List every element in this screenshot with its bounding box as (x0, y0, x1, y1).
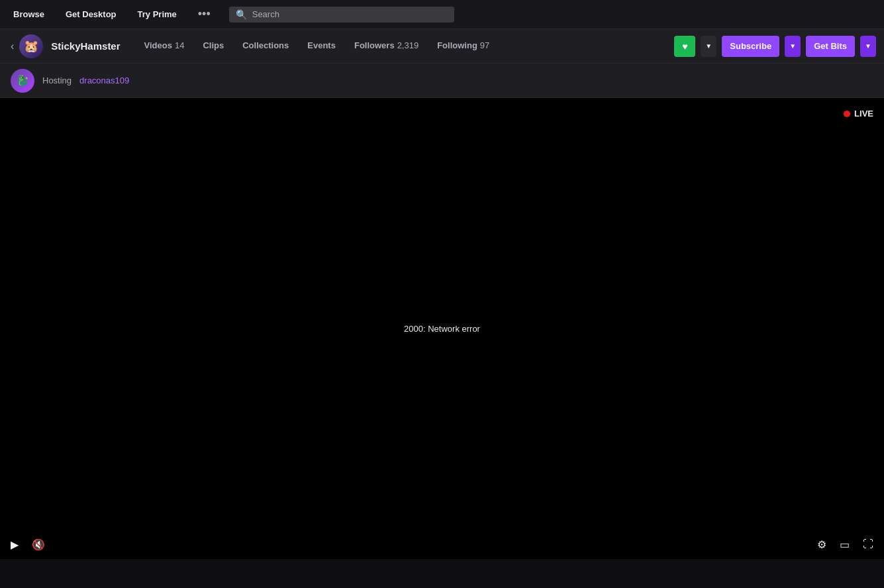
follow-heart-button[interactable]: ♥ (674, 36, 695, 57)
channel-avatar: 🐹 (19, 34, 43, 58)
get-bits-button[interactable]: Get Bits (806, 36, 855, 57)
mute-button[interactable]: 🔇 (29, 536, 48, 554)
theatre-icon: ▭ (840, 538, 850, 551)
tab-clips-label: Clips (203, 40, 224, 50)
live-dot (844, 111, 850, 117)
settings-button[interactable]: ⚙ (814, 536, 829, 554)
network-error-message: 2000: Network error (404, 324, 480, 334)
tab-clips[interactable]: Clips (195, 29, 232, 64)
channel-nav-actions: ♥ ▼ Subscribe ▼ Get Bits ▼ (674, 36, 876, 57)
play-button[interactable]: ▶ (8, 536, 21, 554)
tab-following-count: 97 (480, 40, 489, 50)
subscribe-dropdown-button[interactable]: ▼ (785, 36, 801, 57)
channel-navigation: ‹ 🐹 StickyHamster Videos 14 Clips Collec… (0, 29, 884, 64)
fullscreen-button[interactable]: ⛶ (860, 536, 876, 553)
tab-videos-count: 14 (175, 40, 184, 50)
video-controls-bar: ▶ 🔇 ⚙ ▭ ⛶ (0, 530, 884, 559)
more-options-button[interactable]: ••• (193, 5, 216, 24)
video-player[interactable]: LIVE 2000: Network error ▶ 🔇 ⚙ ▭ ⛶ (0, 98, 884, 559)
fullscreen-icon: ⛶ (863, 538, 873, 550)
tab-followers-label: Followers (354, 40, 395, 50)
theatre-mode-button[interactable]: ▭ (837, 536, 852, 554)
hosting-label: Hosting (42, 75, 72, 85)
settings-icon: ⚙ (817, 538, 826, 551)
search-bar: 🔍 (229, 7, 454, 23)
channel-name[interactable]: StickyHamster (51, 40, 120, 52)
tab-collections[interactable]: Collections (234, 29, 297, 64)
tab-following[interactable]: Following 97 (429, 29, 497, 64)
live-label: LIVE (854, 109, 873, 119)
get-bits-dropdown-button[interactable]: ▼ (860, 36, 876, 57)
tab-events[interactable]: Events (299, 29, 344, 64)
search-input[interactable] (252, 9, 448, 19)
hosting-avatar: 🐉 (11, 69, 34, 93)
follow-dropdown-button[interactable]: ▼ (701, 36, 716, 57)
tab-collections-label: Collections (242, 40, 289, 50)
tab-videos[interactable]: Videos 14 (136, 29, 193, 64)
hosting-channel-link[interactable]: draconas109 (79, 75, 129, 85)
top-navigation: Browse Get Desktop Try Prime ••• 🔍 (0, 0, 884, 29)
hosting-avatar-emoji: 🐉 (16, 74, 29, 87)
browse-link[interactable]: Browse (8, 7, 50, 22)
nav-left-arrow[interactable]: ‹ (8, 38, 17, 55)
search-icon: 🔍 (236, 9, 247, 20)
tab-events-label: Events (307, 40, 336, 50)
tab-following-label: Following (437, 40, 477, 50)
subscribe-button[interactable]: Subscribe (722, 36, 779, 57)
get-desktop-link[interactable]: Get Desktop (60, 7, 122, 22)
live-badge: LIVE (844, 109, 873, 119)
tab-followers-count: 2,319 (397, 40, 419, 50)
tab-videos-label: Videos (144, 40, 172, 50)
tab-followers[interactable]: Followers 2,319 (346, 29, 426, 64)
hosting-bar: 🐉 Hosting draconas109 (0, 64, 884, 98)
avatar-emoji: 🐹 (24, 39, 38, 54)
try-prime-link[interactable]: Try Prime (132, 7, 182, 22)
